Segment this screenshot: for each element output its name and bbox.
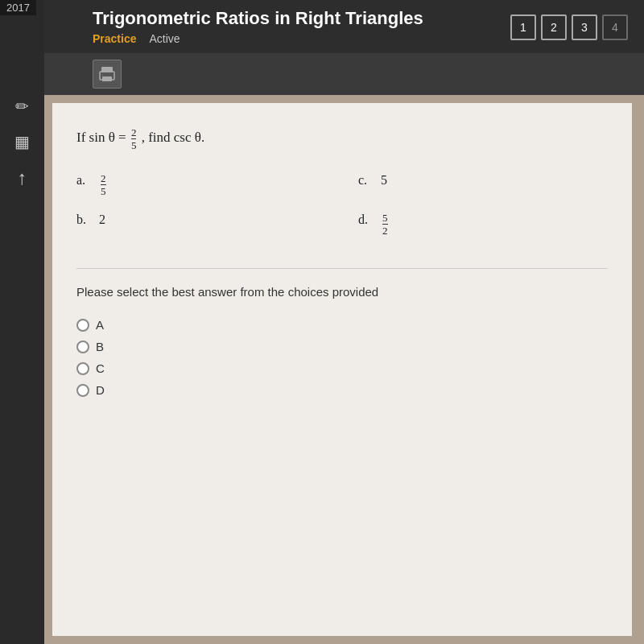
main-content: Trigonometric Ratios in Right Triangles … bbox=[44, 0, 644, 644]
calculator-icon[interactable]: ▦ bbox=[14, 132, 30, 151]
choice-b-value: 2 bbox=[99, 213, 105, 227]
choice-c-value: 5 bbox=[381, 173, 387, 188]
choice-d-letter: d. bbox=[358, 213, 374, 227]
question-3-button[interactable]: 3 bbox=[572, 14, 597, 40]
svg-point-3 bbox=[102, 74, 104, 76]
radio-label-a: A bbox=[96, 318, 104, 332]
sin-fraction: 2 5 bbox=[131, 127, 137, 151]
choice-a-letter: a. bbox=[76, 173, 93, 188]
year-label: 2017 bbox=[0, 0, 36, 15]
choice-a-value: 2 5 bbox=[101, 173, 106, 196]
active-label: Active bbox=[149, 32, 180, 45]
question-numbers: 1 2 3 4 bbox=[510, 14, 628, 40]
radio-option-b[interactable]: B bbox=[76, 340, 608, 353]
choice-d: d. 5 2 bbox=[358, 213, 608, 236]
question-1-button[interactable]: 1 bbox=[510, 14, 536, 40]
question-prefix: If sin θ = bbox=[76, 130, 130, 145]
choice-d-value: 5 2 bbox=[382, 213, 388, 236]
radio-label-c: C bbox=[96, 361, 105, 375]
radio-circle-d[interactable] bbox=[76, 384, 89, 397]
radio-options: A B C D bbox=[76, 318, 608, 397]
radio-option-a[interactable]: A bbox=[76, 318, 608, 332]
choice-c: c. 5 bbox=[358, 173, 608, 196]
print-button[interactable] bbox=[93, 60, 122, 89]
instruction-text: Please select the best answer from the c… bbox=[76, 268, 608, 299]
question-suffix: , find csc θ. bbox=[142, 130, 204, 145]
radio-circle-b[interactable] bbox=[76, 341, 89, 353]
left-sidebar: ✏ ▦ ↑ bbox=[0, 0, 44, 644]
content-panel: If sin θ = 2 5 , find csc θ. a. 2 5 c. 5 bbox=[52, 103, 632, 636]
radio-option-c[interactable]: C bbox=[76, 361, 608, 375]
choice-a: a. 2 5 bbox=[76, 173, 326, 196]
radio-label-b: B bbox=[96, 340, 104, 353]
choices-grid: a. 2 5 c. 5 b. 2 d. 5 2 bbox=[76, 173, 608, 236]
toolbar-row bbox=[44, 53, 644, 95]
pencil-icon[interactable]: ✏ bbox=[15, 97, 29, 116]
choice-c-letter: c. bbox=[358, 173, 374, 188]
arrow-up-icon[interactable]: ↑ bbox=[18, 167, 27, 189]
radio-circle-c[interactable] bbox=[76, 362, 89, 375]
header-bar: Trigonometric Ratios in Right Triangles … bbox=[44, 0, 644, 53]
question-2-button[interactable]: 2 bbox=[541, 14, 567, 40]
choice-b: b. 2 bbox=[76, 213, 326, 236]
choice-b-letter: b. bbox=[76, 213, 93, 227]
question-text: If sin θ = 2 5 , find csc θ. bbox=[76, 127, 608, 151]
radio-option-d[interactable]: D bbox=[76, 383, 608, 397]
practice-label: Practice bbox=[93, 32, 136, 45]
radio-label-d: D bbox=[96, 383, 105, 397]
radio-circle-a[interactable] bbox=[76, 319, 89, 332]
question-4-button[interactable]: 4 bbox=[602, 14, 628, 40]
svg-rect-2 bbox=[102, 76, 112, 81]
